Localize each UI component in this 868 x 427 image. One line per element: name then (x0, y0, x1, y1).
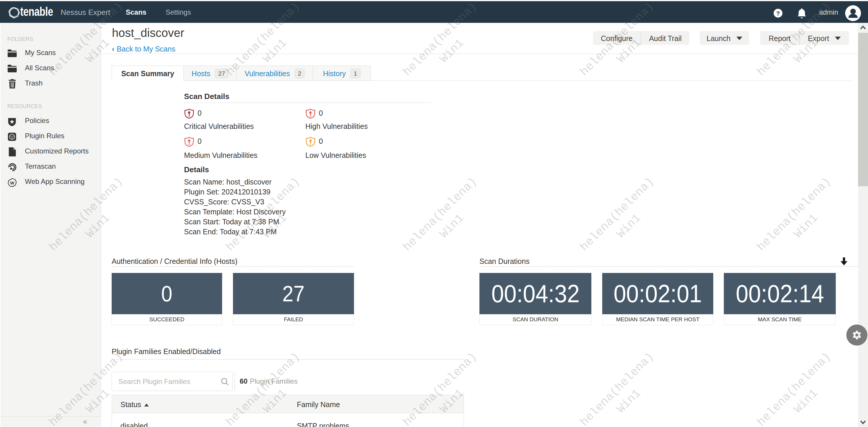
svg-text:?: ? (776, 10, 780, 17)
svg-text:W: W (10, 180, 14, 186)
